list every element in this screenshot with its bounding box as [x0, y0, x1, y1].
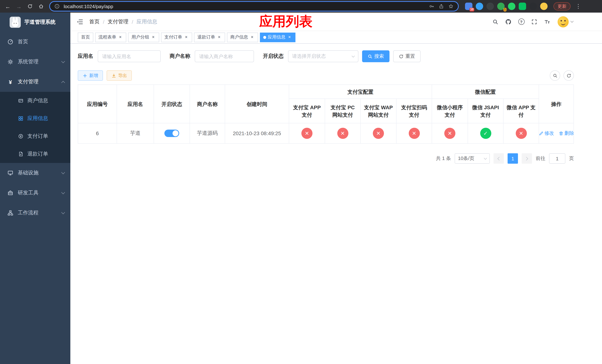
font-size-icon[interactable]: [543, 18, 551, 26]
col-actions: 操作: [539, 85, 574, 123]
merchant-name-input[interactable]: [195, 50, 254, 62]
omnibox-actions: [428, 3, 455, 10]
tab-close-icon[interactable]: ×: [249, 35, 255, 40]
cell-status: [154, 123, 190, 143]
sidebar-item-devtools[interactable]: 研发工具: [0, 183, 70, 203]
chevron-down-icon: [61, 191, 65, 194]
browser-home-icon[interactable]: [36, 1, 46, 11]
breadcrumb-payment[interactable]: 支付管理: [108, 18, 129, 25]
apps-table: 应用编号 应用名 开启状态 商户名称 创建时间 支付宝配置 微信配置 操作 支付…: [78, 85, 574, 144]
sidebar-subitem-refund-order[interactable]: 退款订单: [0, 145, 70, 163]
merchant-name-label: 商户名称: [170, 53, 190, 60]
browser-reload-icon[interactable]: [25, 1, 35, 11]
toggle-search-button[interactable]: [550, 70, 560, 81]
status-label: 开启状态: [263, 53, 284, 60]
gear-icon: [7, 59, 13, 65]
extension-icon-4[interactable]: 1: [497, 3, 505, 10]
browser-menu-icon[interactable]: ⋮: [575, 3, 582, 10]
tab-close-icon[interactable]: ×: [118, 35, 123, 40]
browser-forward-icon[interactable]: →: [14, 1, 24, 11]
browser-update-button[interactable]: 更新: [553, 2, 570, 10]
help-icon[interactable]: ?: [517, 18, 525, 26]
fullscreen-icon[interactable]: [530, 18, 538, 26]
app-name-input[interactable]: [98, 50, 161, 62]
page-size-select[interactable]: 10条/页: [455, 153, 490, 164]
sidebar-toggle-icon[interactable]: [76, 18, 84, 26]
extension-icon-3[interactable]: [486, 3, 494, 10]
sidebar-item-system[interactable]: 系统管理: [0, 52, 70, 72]
config-status-icon: ✕: [444, 128, 455, 139]
edit-button-label: 修改: [544, 130, 554, 137]
sidebar-subitem-app-info[interactable]: 应用信息: [0, 110, 70, 127]
app-header: 首页 / 支付管理 / 应用信息 ?: [70, 13, 602, 31]
sidebar-subitem-merchant-info[interactable]: 商户信息: [0, 92, 70, 110]
col-alipay-pc: 支付宝 PC 网站支付: [325, 99, 360, 123]
prev-page-button[interactable]: [494, 153, 504, 164]
tab-label: 商户信息: [230, 34, 248, 40]
extension-icon-6[interactable]: [519, 3, 526, 10]
table-toolbar: 新增 导出: [78, 70, 574, 81]
next-page-button[interactable]: [522, 153, 532, 164]
browser-back-icon[interactable]: ←: [3, 1, 13, 11]
sidebar-item-payment[interactable]: ¥ 支付管理: [0, 72, 70, 92]
col-alipay-wap: 支付宝 WAP 网站支付: [360, 99, 396, 123]
goto-page-input[interactable]: [549, 153, 565, 164]
config-status-icon: ✕: [337, 128, 348, 139]
page-number-button[interactable]: 1: [508, 153, 518, 164]
site-info-icon[interactable]: [53, 3, 61, 10]
tab-pay-order[interactable]: 支付订单 ×: [161, 32, 192, 42]
tab-close-icon[interactable]: ×: [216, 35, 222, 40]
sidebar-item-home[interactable]: 首页: [0, 32, 70, 52]
delete-button[interactable]: 删除: [559, 130, 574, 137]
app-logo[interactable]: 芋道管理系统: [0, 13, 70, 32]
refresh-button[interactable]: [563, 70, 574, 81]
cell-alipay-app: ✕: [289, 123, 325, 143]
breadcrumb-home[interactable]: 首页: [89, 18, 100, 25]
extension-icon-1[interactable]: 10: [465, 3, 473, 10]
share-icon[interactable]: [438, 3, 445, 10]
breadcrumb-current: 应用信息: [137, 18, 157, 25]
bookmark-star-icon[interactable]: [447, 3, 455, 10]
logo-rabbit-icon: [10, 17, 21, 28]
extension-icon-2[interactable]: [476, 3, 483, 10]
tab-close-icon[interactable]: ×: [287, 35, 292, 40]
tab-merchant-info[interactable]: 商户信息 ×: [227, 32, 258, 42]
search-icon[interactable]: [491, 18, 499, 26]
toolbox-icon: [7, 190, 13, 196]
url-text[interactable]: localhost:1024/pay/app: [64, 3, 425, 9]
cell-wechat-mini: ✕: [432, 123, 468, 143]
col-app-name: 应用名: [117, 85, 154, 123]
sidebar-item-infra[interactable]: 基础设施: [0, 163, 70, 183]
user-avatar[interactable]: [558, 16, 573, 27]
filter-form: 应用名 商户名称 开启状态 请选择开启状态 搜索: [78, 50, 574, 62]
tab-close-icon[interactable]: ×: [184, 35, 189, 40]
page-title: 应用列表: [259, 14, 312, 29]
tab-app-info[interactable]: 应用信息 ×: [260, 32, 295, 42]
edit-button[interactable]: 修改: [538, 130, 554, 137]
tab-label: 退款订单: [197, 34, 215, 40]
password-key-icon[interactable]: [428, 3, 435, 10]
search-button[interactable]: 搜索: [362, 50, 389, 62]
extension-icon-7[interactable]: [529, 3, 537, 10]
tab-close-icon[interactable]: ×: [151, 35, 156, 40]
chevron-down-icon: [352, 54, 355, 57]
sidebar-subitem-pay-order[interactable]: 支付订单: [0, 127, 70, 145]
export-button[interactable]: 导出: [107, 70, 132, 81]
extension-icon-8[interactable]: [540, 3, 548, 10]
tab-home[interactable]: 首页: [78, 32, 93, 42]
sidebar-item-workflow[interactable]: 工作流程: [0, 203, 70, 223]
avatar-emoji-icon: [558, 16, 569, 27]
add-button[interactable]: 新增: [78, 70, 103, 81]
status-select[interactable]: 请选择开启状态: [288, 50, 358, 62]
col-alipay-app: 支付宝 APP 支付: [289, 99, 325, 123]
table-row: 6 芋道 芋道源码 2021-10-23 08:49:25 ✕ ✕ ✕ ✕ ✕: [78, 123, 574, 143]
tab-process-form[interactable]: 流程表单 ×: [95, 32, 126, 42]
github-icon[interactable]: [504, 18, 512, 26]
reset-button[interactable]: 重置: [393, 50, 420, 62]
tab-user-group[interactable]: 用户分组 ×: [128, 32, 159, 42]
tab-refund-order[interactable]: 退款订单 ×: [194, 32, 225, 42]
url-bar[interactable]: localhost:1024/pay/app: [50, 1, 458, 11]
col-status: 开启状态: [154, 85, 190, 123]
status-switch[interactable]: [164, 130, 179, 137]
extension-icon-5[interactable]: [508, 3, 515, 10]
